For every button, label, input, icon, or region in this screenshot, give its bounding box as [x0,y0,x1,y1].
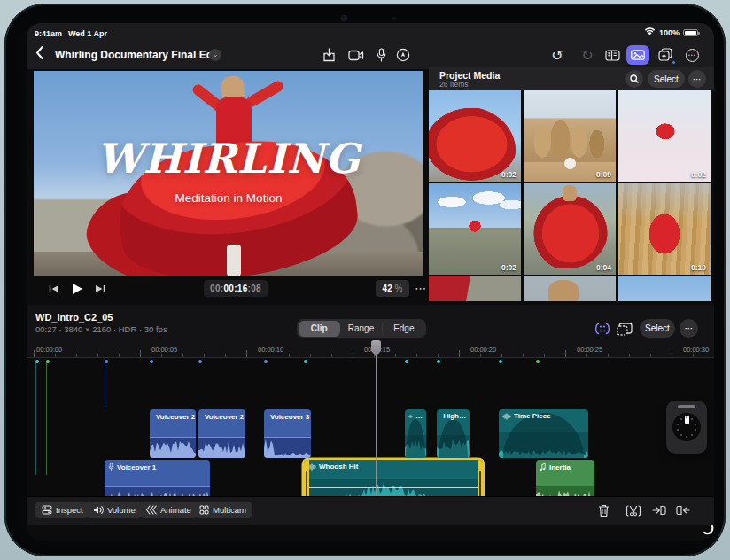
media-thumbnail[interactable]: 0:02 [429,183,521,275]
effects-badge [672,60,676,65]
blade-icon[interactable] [624,501,643,520]
skip-forward-icon[interactable] [90,280,110,298]
export-icon[interactable] [319,45,338,65]
video-viewer[interactable]: WHIRLING Meditation in Motion [34,71,423,276]
mode-range[interactable]: Range [340,321,382,337]
title-chevron-down-icon[interactable]: ⌄ [209,49,221,61]
clip-connection-line [46,362,47,475]
playhead-line[interactable] [376,340,377,496]
ruler-tick [119,354,120,357]
media-more-icon[interactable]: ⋯ [688,70,706,88]
timeline-more-icon[interactable]: ⋯ [680,319,698,338]
jog-dot [686,416,687,418]
mode-edge[interactable]: Edge [382,321,424,337]
ruler-tick [310,354,311,357]
timeline-clip-inertia[interactable]: Inertia [536,460,594,496]
clip-duration: 0:02 [501,263,516,272]
media-thumbnail[interactable]: 0:10 [618,183,711,275]
media-thumbnail[interactable]: 0:04 [524,183,616,275]
jog-wheel[interactable] [666,401,707,454]
camera-icon[interactable] [346,45,366,65]
skip-back-icon[interactable] [44,280,64,298]
timeline-clip-voiceover-2b[interactable]: Voiceover 2 [198,409,245,458]
app-toolbar: Whirling Documentary Final Edit ⌄ ↺ ↻ [27,41,714,69]
jog-handle[interactable] [678,405,695,408]
media-thumbnail[interactable] [429,276,521,301]
effects-icon[interactable] [656,45,675,65]
animate-button[interactable]: Animate [139,502,198,518]
connect-icon[interactable] [673,501,693,520]
ruler-tick [480,354,481,357]
thumb-figure [652,122,679,145]
timeline-select-button[interactable]: Select [640,319,675,338]
clip-start-marker [150,360,153,363]
timeline-ruler[interactable]: 00:00:0000:00:0500:00:1000:00:1500:00:20… [27,342,714,358]
trim-handle-right[interactable] [478,460,483,496]
more-options-icon[interactable]: ⋯ [682,45,702,65]
inspector-icon[interactable] [602,45,622,65]
battery-percent: 100% [659,28,680,37]
media-thumbnail[interactable] [618,276,711,301]
microphone-icon[interactable] [371,45,391,65]
timeline-clip-voiceover-2a[interactable]: Voiceover 2 [150,409,196,458]
clip-connection-line [35,362,36,475]
media-grid: 0:020:090:020:020:040:10 [429,90,714,301]
timeline-tracks[interactable]: Voiceover 2Voiceover 2Voiceover 3…High…T… [27,358,714,496]
clip-label: High… [437,409,470,423]
media-thumbnail[interactable]: 0:02 [618,90,711,182]
play-button[interactable] [67,280,87,298]
volume-button[interactable]: Volume [87,502,142,518]
jog-dial[interactable] [672,413,701,441]
zoom-level[interactable]: 42 % [376,280,409,297]
inspect-button[interactable]: Inspect [35,502,89,518]
timecode-display[interactable]: 00:00:16:08 [204,280,268,297]
multicam-button[interactable]: Multicam [193,502,252,518]
timeline-clip-voiceover-3[interactable]: Voiceover 3 [264,409,311,458]
jog-dot [680,434,682,436]
clip-duration: 0:09 [596,170,611,179]
clip-start-marker [536,360,540,363]
media-thumbnail[interactable] [524,276,616,301]
pencil-tools-icon[interactable] [393,45,413,65]
media-browser-icon[interactable] [626,45,649,65]
ruler-tick [97,354,98,357]
back-button[interactable] [35,46,43,63]
clip-label: Time Piece [499,409,588,423]
ruler-tick [693,354,694,357]
timeline-clip-sfx-small[interactable]: … [405,409,426,458]
trash-icon[interactable] [594,501,613,520]
clip-start-marker [437,360,440,363]
crossfade-arc [439,419,468,458]
clip-label: Voiceover 3 [264,409,311,424]
insert-icon[interactable] [649,501,669,520]
jog-dot [691,434,693,436]
timeline-clip-whoosh-hit[interactable]: Whoosh Hit [304,460,483,496]
mode-clip[interactable]: Clip [299,321,340,337]
clip-start-marker [46,360,50,363]
ruler-tick [650,354,651,357]
clip-label: Voiceover 1 [105,460,210,474]
media-thumbnail[interactable]: 0:02 [429,90,521,182]
clip-appearance-icon[interactable] [592,319,613,338]
transport-bar: 00:00:16:08 42 % ⋯ [34,276,423,301]
redo-icon[interactable]: ↻ [578,45,597,65]
trim-handle-left[interactable] [304,460,309,496]
jog-dot [686,436,687,438]
jog-dot [695,424,696,425]
volume-line[interactable] [304,487,483,488]
timeline-clip-voiceover-1[interactable]: Voiceover 1 [105,460,210,496]
thumb-figure [532,191,609,268]
clip-label: Inertia [536,460,594,474]
media-thumbnail[interactable]: 0:09 [524,90,616,182]
timeline-clip-high[interactable]: High… [437,409,470,458]
picture-in-picture-icon[interactable] [614,319,635,338]
timeline-clip-time-piece[interactable]: Time Piece [499,409,588,458]
viewer-more-icon[interactable]: ⋯ [415,280,427,297]
timeline-toolbar: Inspect Volume Animate Multicam [27,496,714,525]
undo-icon[interactable]: ↺ [548,45,567,65]
search-icon[interactable] [625,70,643,88]
media-select-button[interactable]: Select [648,70,685,88]
ruler-tick [416,354,417,357]
battery-icon [683,29,698,36]
jog-dot [695,429,696,431]
